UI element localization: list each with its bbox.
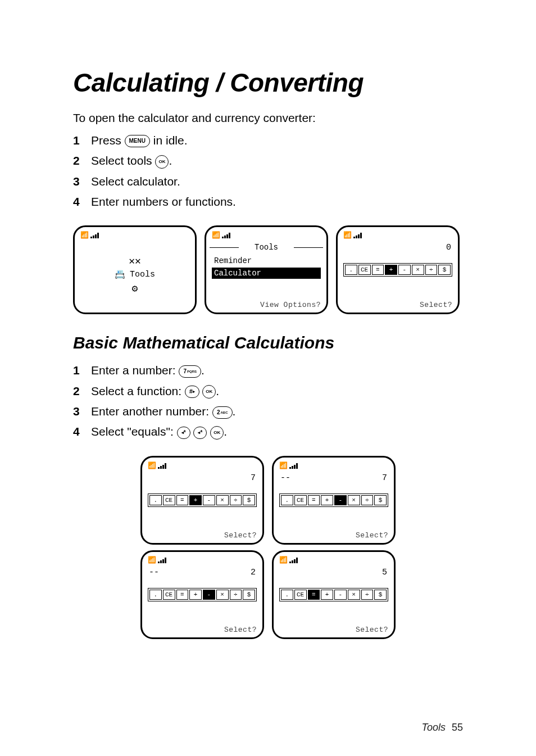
bstep-3: Enter another number: 2ABC. [73, 404, 463, 419]
calc-func-÷: ÷ [361, 495, 374, 505]
signal-antenna-icon: 📶 [212, 232, 220, 239]
softkey-view-options: View Options? [212, 301, 321, 309]
calc-op: -- [280, 473, 292, 483]
ok-key-icon: OK [155, 155, 169, 169]
calc-func-=: = [308, 495, 320, 505]
bstep-4: Select "equals": ◂* ◂* OK. [73, 424, 463, 440]
key-2-icon: 2ABC [212, 406, 233, 419]
calc-func-×: × [348, 495, 360, 505]
calc-func-currency: $ [374, 495, 387, 505]
step-4-text: Enter numbers or functions. [91, 194, 236, 210]
bstep-1-text: Enter a number: [91, 364, 176, 377]
screen-calc-initial: 📶 0 .CE=+-×÷$ Select? [336, 225, 460, 314]
key-star-left-icon: ◂* [177, 427, 190, 439]
calc-func-+: + [189, 495, 202, 505]
signal-bars-icon [90, 233, 99, 238]
calc-func-+: + [189, 590, 202, 600]
calc-func-÷: ÷ [230, 495, 242, 505]
calc-value: 5 [292, 568, 387, 577]
tools-menu: Reminder Calculator [212, 255, 321, 279]
step-2: Select tools OK. [73, 153, 463, 169]
tools-frame-title: Tools [212, 243, 321, 252]
carousel-label: Tools [130, 270, 155, 279]
key-7-icon: 7PQRS [179, 365, 201, 378]
step-2-text-b: . [169, 154, 172, 167]
calc-row-2: 📶 --2 .CE=+-×÷$ Select? 📶 5 .CE=+-×÷$ Se… [73, 550, 463, 639]
calc-func--: - [203, 495, 215, 505]
screen-calc-b: 📶 --7 .CE=+-×÷$ Select? [272, 456, 396, 545]
step-2-text-a: Select tools [91, 154, 152, 167]
menu-key-icon: MENU [125, 135, 150, 147]
bstep-4-text: Select "equals": [91, 425, 174, 438]
calc-func-×: × [216, 590, 229, 600]
calc-func-row: .CE=+-×÷$ [279, 494, 388, 507]
bstep-2-text: Select a function: [91, 384, 181, 397]
calc-func-=: = [176, 590, 189, 600]
step-1: Press MENU in idle. [73, 133, 463, 148]
calc-func-+: + [321, 590, 333, 600]
key-star-left-icon: ◂* [193, 427, 207, 439]
signal-bars-icon [158, 463, 166, 469]
carousel-below-icon: ⚙︎ [132, 282, 138, 295]
top-screen-row: 📶 ✕✕ 📇 Tools ⚙︎ 📶 Tools Reminder [73, 225, 463, 314]
calc-func-CE: CE [294, 590, 307, 600]
signal-bars-icon [289, 558, 298, 563]
signal-bars-icon [353, 233, 362, 238]
calc-func--: - [334, 495, 347, 505]
calc-value: 7 [160, 473, 256, 483]
calc-func-.: . [345, 265, 357, 275]
screen-calc-c: 📶 --2 .CE=+-×÷$ Select? [140, 550, 264, 639]
calc-func-CE: CE [163, 495, 175, 505]
calc-func-=: = [308, 590, 320, 600]
ok-key-icon: OK [210, 426, 224, 440]
signal-bars-icon [289, 463, 298, 469]
step-1-text-a: Press [91, 134, 121, 147]
calc-func--: - [203, 590, 215, 600]
bstep-1: Enter a number: 7PQRS. [73, 363, 463, 378]
footer-section: Tools [422, 722, 446, 733]
calc-func--: - [398, 265, 411, 275]
softkey-select: Select? [148, 531, 257, 540]
calc-func-currency: $ [243, 495, 255, 505]
section-subtitle: Basic Mathematical Calculations [73, 333, 463, 352]
signal-antenna-icon: 📶 [148, 463, 156, 469]
calc-func-=: = [176, 495, 189, 505]
softkey-select: Select? [279, 626, 388, 634]
status-bar: 📶 [212, 232, 321, 239]
calc-func-currency: $ [374, 590, 387, 600]
carousel-above-icon: ✕✕ [129, 255, 141, 267]
calc-row-1: 📶 7 .CE=+-×÷$ Select? 📶 --7 .CE=+-×÷$ Se… [73, 456, 463, 545]
bstep-3-text: Enter another number: [91, 405, 209, 418]
calc-func-row: .CE=+-×÷$ [279, 588, 388, 601]
page-footer: Tools 55 [422, 722, 463, 734]
key-hash-right-icon: #▸ [185, 386, 199, 398]
softkey-select: Select? [148, 626, 257, 634]
tools-icon: 📇 [115, 269, 125, 280]
step-3-text: Select calculator. [91, 174, 180, 189]
calc-func-÷: ÷ [425, 265, 438, 275]
calc-func-+: + [385, 265, 397, 275]
status-bar: 📶 [80, 232, 189, 239]
calc-steps-list: Enter a number: 7PQRS. Select a function… [73, 363, 463, 440]
ok-key-icon: OK [202, 385, 216, 399]
step-3: Select calculator. [73, 174, 463, 189]
calc-op: -- [149, 568, 160, 577]
calc-func-÷: ÷ [361, 590, 374, 600]
calc-func-row: .CE=+-×÷$ [148, 588, 257, 601]
open-steps-list: Press MENU in idle. Select tools OK. Sel… [73, 133, 463, 210]
menu-item-reminder: Reminder [212, 255, 321, 266]
calc-func-row: .CE=+-×÷$ [343, 263, 452, 277]
calc-func-.: . [149, 495, 162, 505]
signal-antenna-icon: 📶 [148, 557, 156, 564]
calc-func-÷: ÷ [230, 590, 242, 600]
calc-func-CE: CE [163, 590, 175, 600]
footer-page-number: 55 [452, 722, 463, 733]
signal-bars-icon [222, 233, 230, 238]
calc-func-=: = [372, 265, 384, 275]
softkey-select: Select? [279, 531, 388, 540]
signal-antenna-icon: 📶 [279, 463, 288, 469]
calc-func-CE: CE [358, 265, 371, 275]
calc-func-currency: $ [243, 590, 255, 600]
softkey-select: Select? [343, 301, 452, 309]
page-title: Calculating / Converting [73, 67, 463, 98]
